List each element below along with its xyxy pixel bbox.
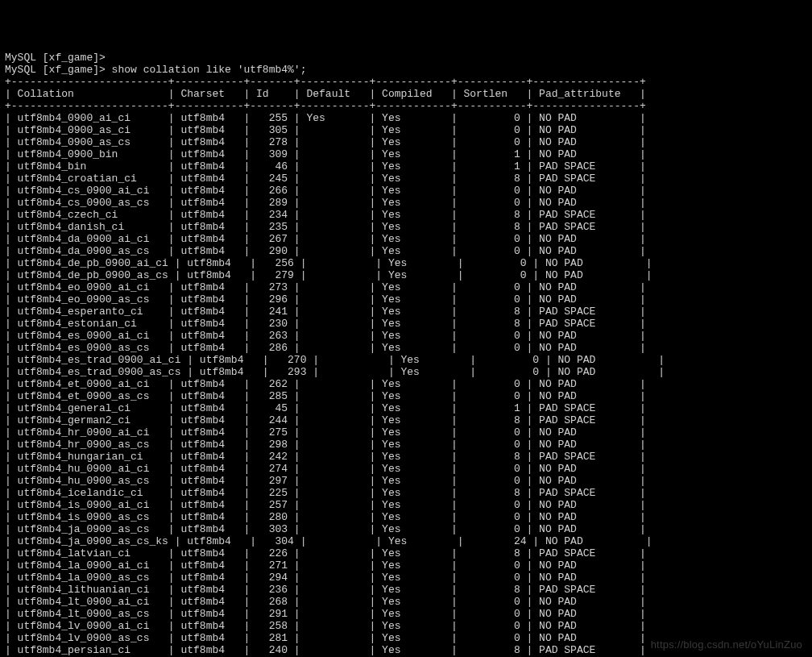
terminal-output: MySQL [xf_game]> MySQL [xf_game]> show c… [5,52,807,657]
